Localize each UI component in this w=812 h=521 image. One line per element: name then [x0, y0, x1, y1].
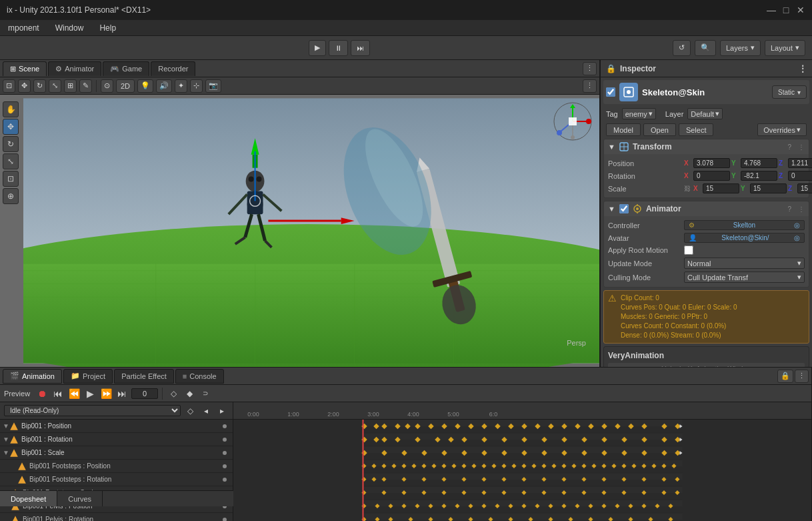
scene-menu-button[interactable]: ⋮ [583, 62, 597, 75]
add-clip-button[interactable]: ◇ [183, 404, 197, 418]
all-tool[interactable]: ⊕ [3, 188, 19, 204]
search-button[interactable]: 🔍 [695, 40, 716, 56]
add-event-button[interactable]: ◆ [183, 387, 196, 400]
apply-root-checkbox[interactable] [684, 245, 693, 255]
scene-view-toggle[interactable]: ⊙ [101, 79, 113, 93]
inspector-menu-icon[interactable]: ⋮ [799, 64, 807, 73]
scene-view[interactable]: ✋ ✥ ↻ ⤡ ⊡ ⊕ [0, 95, 599, 367]
maximize-button[interactable]: □ [781, 5, 791, 15]
pos-y-input[interactable] [741, 158, 777, 168]
animator-enabled-checkbox[interactable] [619, 204, 629, 213]
scene-audio-button[interactable]: 🔊 [156, 79, 172, 93]
scene-tool-scale[interactable]: ⤡ [49, 79, 61, 93]
layout-dropdown[interactable]: Layout ▾ [765, 40, 805, 56]
tab-scene[interactable]: ⊞ Scene [3, 61, 47, 76]
tab-game[interactable]: 🎮 Game [103, 61, 149, 76]
overrides-button[interactable]: Overrides▾ [757, 123, 807, 136]
time-input[interactable] [131, 388, 158, 399]
dopesheet-tab[interactable]: Dopesheet [0, 491, 57, 506]
select-button[interactable]: Select [679, 123, 714, 136]
animator-header[interactable]: ▼ Animator ? ⋮ [604, 201, 809, 216]
scene-gizmo-button[interactable]: ⊹ [190, 79, 203, 93]
curves-tab[interactable]: Curves [57, 491, 103, 506]
skip-forward-button[interactable]: ⏭ [115, 387, 129, 400]
scene-tool-all[interactable]: ⊞ [64, 79, 77, 93]
rect-tool[interactable]: ⊡ [3, 171, 19, 187]
pos-x-input[interactable] [693, 158, 730, 168]
menu-window[interactable]: Window [53, 22, 87, 34]
move-tool[interactable]: ✥ [3, 119, 19, 135]
scene-tool-rect[interactable]: ⊡ [3, 79, 15, 93]
scene-more-btn[interactable]: ⋮ [583, 79, 597, 93]
scene-tool-rotate[interactable]: ↻ [33, 79, 46, 93]
close-button[interactable]: ✕ [796, 5, 805, 15]
culling-mode-dropdown[interactable]: Cull Update Transf ▾ [684, 272, 805, 283]
track-bip001-scale[interactable]: ▼ Bip001 : Scale [0, 446, 233, 460]
animator-menu[interactable]: ⋮ [798, 205, 805, 213]
nav-next-button[interactable]: ▸ [215, 404, 229, 418]
rot-z-input[interactable] [788, 171, 812, 181]
scene-2d-button[interactable]: 2D [116, 79, 135, 93]
menu-help[interactable]: Help [97, 22, 119, 34]
scale-tool[interactable]: ⤡ [3, 153, 19, 169]
anim-timeline[interactable]: 0:00 1:00 2:00 3:00 4:00 5:00 6:0 [233, 402, 811, 521]
static-button[interactable]: Static ▾ [772, 85, 807, 99]
tab-animator[interactable]: ⚙ Animator [48, 61, 101, 76]
inspector-content[interactable]: Skeleton@Skin Static ▾ Tag enemy▾ Layer … [601, 77, 812, 367]
curve-button[interactable]: ⊃ [199, 387, 212, 400]
history-button[interactable]: ↺ [673, 40, 691, 56]
track-bip001-rot[interactable]: ▼ Bip001 : Rotation [0, 433, 233, 446]
transform-header[interactable]: ▼ Transform ? ⋮ [604, 139, 809, 154]
track-bip001-pos[interactable]: ▼ Bip001 : Position [0, 420, 233, 433]
hand-tool[interactable]: ✋ [3, 101, 19, 117]
record-button[interactable]: ⏺ [35, 387, 49, 400]
animator-help[interactable]: ? [787, 205, 791, 213]
scale-z-input[interactable] [797, 183, 812, 193]
update-mode-dropdown[interactable]: Normal ▾ [684, 257, 805, 269]
tab-recorder[interactable]: Recorder [151, 61, 195, 76]
prev-frame-button[interactable]: ⏪ [67, 387, 81, 400]
tab-console[interactable]: ≡ Console [175, 369, 224, 384]
track-footsteps-pos[interactable]: Bip001 Footsteps : Position [0, 460, 233, 473]
anim-lock-button[interactable]: 🔒 [777, 370, 793, 383]
menu-component[interactable]: mponent [5, 22, 42, 34]
controller-ref[interactable]: ⚙ Skelton ◎ [684, 220, 805, 230]
tab-particle[interactable]: Particle Effect [114, 369, 174, 384]
rotate-tool[interactable]: ↻ [3, 136, 19, 152]
step-button[interactable]: ⏭ [351, 40, 370, 56]
skip-back-button[interactable]: ⏮ [51, 387, 65, 400]
add-keyframe-button[interactable]: ◇ [167, 387, 180, 400]
track-footsteps-rot[interactable]: Bip001 Footsteps : Rotation [0, 473, 233, 486]
scale-y-input[interactable] [750, 183, 787, 193]
scene-tool-move[interactable]: ✥ [18, 79, 31, 93]
anim-menu-button[interactable]: ⋮ [795, 370, 809, 383]
next-frame-button[interactable]: ⏩ [99, 387, 113, 400]
transform-help[interactable]: ? [787, 143, 791, 151]
rot-y-input[interactable] [741, 171, 777, 181]
nav-prev-button[interactable]: ◂ [199, 404, 213, 418]
model-button[interactable]: Model [606, 123, 641, 136]
transform-menu[interactable]: ⋮ [798, 143, 805, 151]
scene-cam-button[interactable]: 📷 [205, 79, 221, 93]
play-button[interactable]: ▶ [309, 40, 326, 56]
rot-x-input[interactable] [693, 171, 730, 181]
tab-animation[interactable]: 🎬 Animation [3, 369, 62, 384]
scene-fx-button[interactable]: ✦ [175, 79, 187, 93]
minimize-button[interactable]: — [767, 5, 776, 15]
scene-light-button[interactable]: 💡 [137, 79, 153, 93]
object-name[interactable]: Skeleton@Skin [642, 87, 705, 97]
open-button[interactable]: Open [643, 123, 676, 136]
layer-dropdown[interactable]: Default▾ [687, 108, 723, 119]
anim-play-button[interactable]: ▶ [83, 387, 97, 400]
avatar-ref[interactable]: 👤 Skeleton@Skin/ ◎ [684, 233, 805, 243]
lock-icon[interactable]: 🔒 [606, 64, 616, 73]
pause-button[interactable]: ⏸ [329, 40, 348, 56]
layers-dropdown[interactable]: Layers ▾ [720, 40, 761, 56]
tab-project[interactable]: 📁 Project [63, 369, 113, 384]
pos-z-input[interactable] [788, 158, 812, 168]
tag-dropdown[interactable]: enemy▾ [622, 108, 656, 119]
clip-select[interactable]: Idle (Read-Only) [4, 405, 181, 416]
object-enabled-checkbox[interactable] [606, 87, 615, 97]
scene-tool-custom[interactable]: ✎ [79, 79, 92, 93]
track-pelvis-rot[interactable]: Bip001 Pelvis : Rotation [0, 513, 233, 521]
